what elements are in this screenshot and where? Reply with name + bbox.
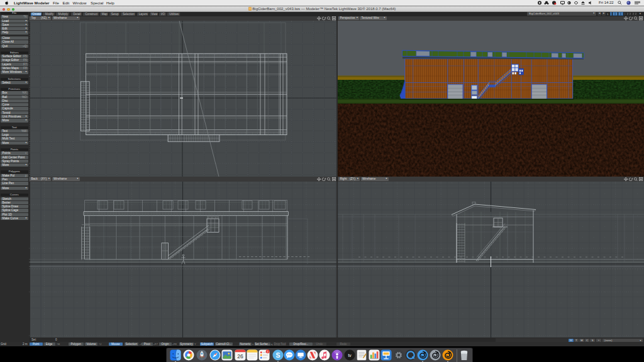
- svg-text:26: 26: [237, 353, 243, 359]
- svg-text:tv: tv: [348, 353, 352, 357]
- svg-text:S: S: [276, 351, 280, 358]
